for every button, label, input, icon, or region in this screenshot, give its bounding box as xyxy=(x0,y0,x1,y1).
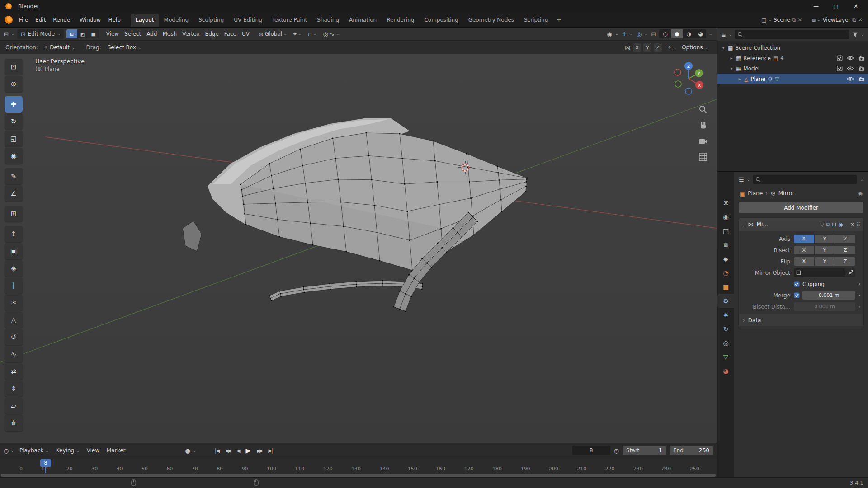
viewport-menu-item[interactable]: View xyxy=(104,29,122,39)
annotate-tool[interactable]: ✎ xyxy=(5,168,23,184)
snap-toggle-icon[interactable]: ∩ xyxy=(308,31,312,38)
play-button[interactable]: ▶ xyxy=(243,445,253,456)
maximize-button[interactable]: ▢ xyxy=(832,3,840,9)
zoom-icon[interactable] xyxy=(698,105,708,114)
particles-properties-tab[interactable]: ✱ xyxy=(717,308,734,322)
animate-dot[interactable] xyxy=(859,306,860,308)
scale-tool[interactable]: ◱ xyxy=(5,131,23,147)
pivot-point-dropdown[interactable]: ⌖ ⌄ xyxy=(293,30,302,38)
workspace-tab[interactable]: Modeling xyxy=(159,14,194,27)
smooth-tool[interactable]: ∿ xyxy=(5,346,23,362)
wireframe-shading-button[interactable]: ○ xyxy=(659,29,671,38)
workspace-tab[interactable]: Sculpting xyxy=(193,14,229,27)
viewlayer-properties-tab[interactable]: ⧈ xyxy=(717,238,734,252)
rendered-shading-button[interactable]: ◕ xyxy=(694,29,706,38)
eyedropper-button[interactable] xyxy=(845,268,855,277)
proportional-editing-icon[interactable]: ◎ xyxy=(323,31,328,38)
jump-to-start-button[interactable]: │◀ xyxy=(212,446,222,455)
gizmo-neg-z-axis[interactable] xyxy=(685,88,692,94)
perspective-toggle-icon[interactable] xyxy=(698,152,708,161)
data-subpanel-header[interactable]: › Data xyxy=(739,314,863,326)
scene-properties-tab[interactable]: ◆ xyxy=(717,252,734,266)
current-frame-field[interactable]: 8 xyxy=(572,446,610,455)
bevel-tool[interactable]: ◈ xyxy=(5,260,23,277)
app-menu-icon[interactable] xyxy=(5,16,13,24)
delete-modifier-icon[interactable]: ✕ xyxy=(850,221,854,228)
frame-start-field[interactable]: Start 1 xyxy=(623,446,666,455)
axis-x-button[interactable]: X xyxy=(794,235,814,243)
minimize-button[interactable]: — xyxy=(812,3,820,9)
new-scene-button[interactable]: ⧉ xyxy=(792,17,796,23)
close-button[interactable]: ✕ xyxy=(852,3,860,9)
mirror-x-button[interactable]: X xyxy=(633,43,641,52)
move-tool[interactable]: ✚ xyxy=(5,96,23,113)
clipping-checkbox[interactable] xyxy=(794,281,800,287)
play-reverse-button[interactable]: ◀ xyxy=(234,446,242,455)
viewlayer-selector[interactable]: ⧈ ⌄ ViewLayer ⧉ ✕ xyxy=(812,17,863,23)
modifier-name[interactable]: Mi... xyxy=(757,221,768,228)
disable-render-camera-icon[interactable] xyxy=(858,66,865,71)
bisect-distance-field[interactable]: 0.001 m xyxy=(794,302,855,311)
disable-render-camera-icon[interactable] xyxy=(858,76,865,82)
checkbox-icon[interactable] xyxy=(837,55,843,61)
workspace-tab[interactable]: Animation xyxy=(344,14,382,27)
expand-icon[interactable]: ▸ xyxy=(737,76,742,81)
extrude-region-tool[interactable]: ↥ xyxy=(5,226,23,242)
mode-dropdown[interactable]: ⊡ Edit Mode ⌄ xyxy=(17,29,63,39)
world-properties-tab[interactable]: ◔ xyxy=(717,266,734,280)
scene-selector[interactable]: ◲ ⌄ Scene ⧉ ✕ xyxy=(761,17,802,23)
new-viewlayer-button[interactable]: ⧉ xyxy=(852,17,856,23)
next-keyframe-button[interactable]: ▶▶ xyxy=(254,446,264,455)
inset-faces-tool[interactable]: ▣ xyxy=(5,243,23,259)
timeline-editor-icon[interactable]: ◷ xyxy=(4,447,9,454)
shrink-fatten-tool[interactable]: ⇕ xyxy=(5,380,23,397)
options-dropdown[interactable]: Options ⌄ xyxy=(679,43,711,52)
workspace-tab[interactable]: UV Editing xyxy=(229,14,267,27)
tool-properties-tab[interactable]: ⚒ xyxy=(717,196,734,210)
outliner-row-reference[interactable]: ▸ ▦ Reference ▤ 4 xyxy=(717,53,868,63)
object-visibility-icon[interactable]: ◉ xyxy=(607,31,612,38)
add-modifier-button[interactable]: Add Modifier xyxy=(739,202,863,213)
pan-hand-icon[interactable] xyxy=(698,121,708,130)
shear-tool[interactable]: ▱ xyxy=(5,398,23,414)
mirror-y-button[interactable]: Y xyxy=(643,43,651,52)
face-select-mode-button[interactable]: ■ xyxy=(88,29,99,38)
outliner-row-scene-collection[interactable]: ▾ ▦ Scene Collection xyxy=(717,42,868,53)
bisect-x-button[interactable]: X xyxy=(794,246,814,254)
animate-dot[interactable] xyxy=(859,283,860,285)
knife-tool[interactable]: ✂ xyxy=(5,295,23,311)
animate-dot[interactable] xyxy=(859,295,860,296)
remove-viewlayer-button[interactable]: ✕ xyxy=(858,17,863,23)
workspace-tab[interactable]: Shading xyxy=(312,14,344,27)
xray-toggle-icon[interactable]: ⊟ xyxy=(651,31,656,38)
material-preview-shading-button[interactable]: ◑ xyxy=(683,29,694,38)
show-render-toggle-icon[interactable]: ◉ xyxy=(838,221,843,228)
menu-item[interactable]: Edit xyxy=(32,15,49,25)
properties-search-box[interactable] xyxy=(753,175,857,184)
select-box-tool[interactable]: ⊡ xyxy=(5,59,23,75)
edge-select-mode-button[interactable]: ◩ xyxy=(77,29,88,38)
orientation-setting-dropdown[interactable]: ⌖ Default ⌄ xyxy=(42,43,78,52)
navigation-gizmo[interactable]: Z Y X xyxy=(669,58,708,98)
collapse-icon[interactable]: ⌄ xyxy=(742,222,745,226)
axis-y-button[interactable]: Y xyxy=(815,235,835,243)
poly-build-tool[interactable]: △ xyxy=(5,312,23,328)
cursor-tool[interactable]: ⊕ xyxy=(5,76,23,92)
modifier-properties-tab[interactable]: ⚙ xyxy=(717,294,734,308)
workspace-tab[interactable]: Scripting xyxy=(519,14,553,27)
workspace-tab[interactable]: Geometry Nodes xyxy=(463,14,519,27)
outliner-search-box[interactable] xyxy=(735,30,849,39)
merge-checkbox[interactable] xyxy=(794,292,800,298)
timeline-scrollbar-thumb[interactable] xyxy=(1,474,716,477)
drag-dropdown[interactable]: Select Box ⌄ xyxy=(105,43,145,52)
edge-slide-tool[interactable]: ⇄ xyxy=(5,363,23,380)
outliner-row-plane[interactable]: ▸ △ Plane ⚙ ▽ xyxy=(717,74,868,84)
show-gizmo-icon[interactable]: ✛ xyxy=(622,31,627,38)
show-on-cage-toggle-icon[interactable]: ▽ xyxy=(820,221,824,228)
workspace-tab[interactable]: Rendering xyxy=(382,14,419,27)
constraints-properties-tab[interactable]: ◎ xyxy=(717,336,734,350)
gizmo-neg-y-axis[interactable] xyxy=(675,81,681,87)
timeline-view-menu[interactable]: View xyxy=(83,446,103,455)
flip-y-button[interactable]: Y xyxy=(815,257,835,266)
timeline-ruler[interactable]: 0102030405060708090100110120130140150160… xyxy=(0,458,717,473)
